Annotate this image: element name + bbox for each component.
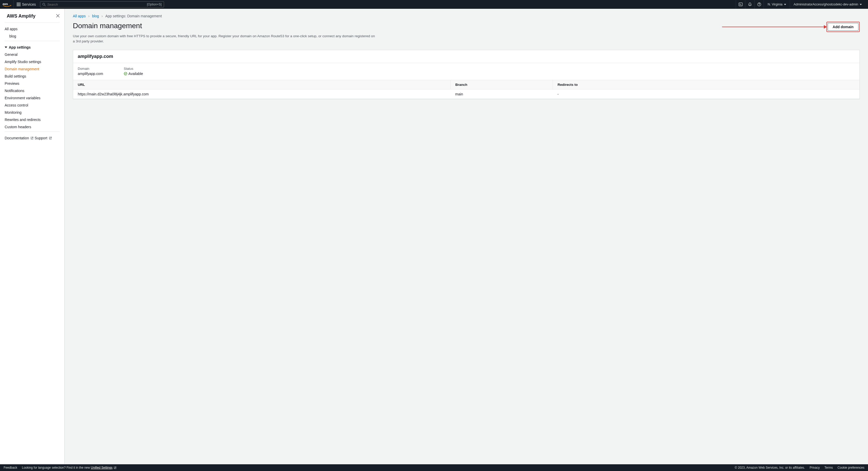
svg-rect-1 [17,3,18,4]
sidebar-item-environment-variables[interactable]: Environment variables [5,94,60,101]
help-button[interactable] [754,0,764,9]
col-branch: Branch [451,80,553,89]
svg-rect-8 [18,5,19,6]
svg-rect-9 [20,5,21,6]
sidebar-item-monitoring[interactable]: Monitoring [5,109,60,116]
region-selector[interactable]: N. Virginia [764,0,789,9]
domain-value: amplifyapp.com [78,71,103,76]
status-label: Status [124,67,143,70]
sidebar: AWS Amplify All apps blog App settings G… [0,9,65,464]
add-domain-highlight: Add domain [827,22,860,32]
svg-rect-5 [18,4,19,5]
status-value: Available [124,71,143,76]
footer-feedback[interactable]: Feedback [4,466,17,469]
account-label: AdministratorAccess/ghostcodekc-dev-admi… [794,3,858,6]
close-icon [56,14,60,18]
breadcrumb-all-apps[interactable]: All apps [73,14,86,18]
sidebar-item-access-control[interactable]: Access control [5,101,60,109]
aws-logo[interactable]: aws [3,0,14,9]
top-nav: aws Services [Option+S] N. Virginia Admi… [0,0,868,9]
region-label: N. Virginia [768,3,782,6]
search-icon [42,3,46,6]
cloudshell-icon [739,2,743,6]
status-text: Available [128,71,143,76]
search-input-container[interactable]: [Option+S] [40,1,164,7]
external-link-icon [30,137,34,140]
search-kbd-hint: [Option+S] [147,3,162,6]
chevron-right-icon: › [101,14,103,18]
external-link-icon [114,466,117,469]
sidebar-item-domain-management[interactable]: Domain management [5,65,60,72]
add-domain-button[interactable]: Add domain [828,23,859,31]
sidebar-item-amplify-studio-settings[interactable]: Amplify Studio settings [5,58,60,65]
caret-down-icon [860,4,862,5]
sidebar-docs-label: Documentation [5,136,29,140]
services-label: Services [22,2,36,6]
svg-rect-6 [20,4,21,5]
svg-point-10 [43,3,45,5]
footer: Feedback Looking for language selection?… [0,464,868,471]
domain-label: Domain [78,67,103,70]
domain-table: URL Branch Redirects to https://main.d2w… [73,80,860,99]
domain-card-title: amplifyapp.com [78,54,855,59]
footer-lang-text: Looking for language selection? Find it … [22,466,117,469]
annotation-arrow [722,27,826,27]
svg-rect-2 [18,3,19,4]
sidebar-title: AWS Amplify [7,13,35,19]
footer-cookie[interactable]: Cookie preferences [838,466,864,469]
svg-point-14 [759,5,760,6]
help-icon [757,2,761,6]
chevron-right-icon: › [88,14,90,18]
col-redirects: Redirects to [553,80,860,89]
domain-card: amplifyapp.com Domain amplifyapp.com Sta… [73,50,860,99]
table-row: https://main.d2w23ha0l8j4jk.amplifyapp.c… [73,89,860,99]
sidebar-group-app-settings[interactable]: App settings [5,44,60,51]
sidebar-item-custom-headers[interactable]: Custom headers [5,123,60,130]
page-title: Domain management [73,22,142,30]
sidebar-documentation[interactable]: Documentation [5,135,34,142]
cell-redirects: - [553,89,860,99]
footer-unified-settings[interactable]: Unified Settings [91,466,117,469]
bell-icon [748,2,752,6]
cell-branch: main [451,89,553,99]
svg-rect-3 [20,3,21,4]
sidebar-item-general[interactable]: General [5,51,60,58]
grid-icon [17,3,21,6]
cell-url: https://main.d2w23ha0l8j4jk.amplifyapp.c… [73,89,451,99]
footer-privacy[interactable]: Privacy [810,466,820,469]
notifications-button[interactable] [745,0,754,9]
sidebar-app-blog[interactable]: blog [5,33,60,40]
cloudshell-button[interactable] [736,0,745,9]
sidebar-support[interactable]: Support [35,135,52,142]
external-link-icon [49,137,52,140]
check-circle-icon [124,72,127,76]
svg-line-11 [44,5,45,6]
col-url: URL [73,80,451,89]
svg-rect-7 [17,5,18,6]
search-wrap: [Option+S] [40,1,164,7]
chevron-down-icon [5,47,7,48]
sidebar-group-label: App settings [9,45,31,49]
breadcrumb-blog[interactable]: blog [92,14,99,18]
caret-down-icon [784,4,786,5]
sidebar-item-build-settings[interactable]: Build settings [5,72,60,80]
footer-copyright: © 2023, Amazon Web Services, Inc. or its… [735,466,805,469]
search-input[interactable] [46,3,147,6]
svg-text:aws: aws [3,2,8,5]
sidebar-item-rewrites-and-redirects[interactable]: Rewrites and redirects [5,116,60,123]
breadcrumb: All apps › blog › App settings: Domain m… [73,14,860,18]
footer-terms[interactable]: Terms [824,466,833,469]
sidebar-close-button[interactable] [56,13,60,19]
sidebar-item-notifications[interactable]: Notifications [5,87,60,94]
sidebar-item-previews[interactable]: Previews [5,80,60,87]
services-menu[interactable]: Services [14,0,39,9]
main-content: All apps › blog › App settings: Domain m… [65,9,868,464]
sidebar-all-apps[interactable]: All apps [5,25,60,33]
sidebar-support-label: Support [35,136,47,140]
svg-rect-4 [17,4,18,5]
page-description: Use your own custom domain with free HTT… [73,34,378,44]
breadcrumb-current: App settings: Domain management [105,14,162,18]
account-menu[interactable]: AdministratorAccess/ghostcodekc-dev-admi… [790,0,865,9]
